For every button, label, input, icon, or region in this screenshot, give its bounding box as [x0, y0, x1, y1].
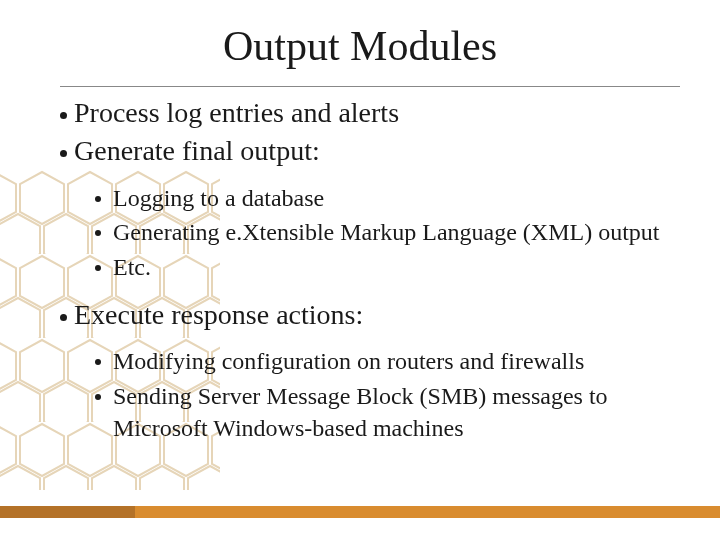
- bullet-text: Execute response actions:: [74, 299, 363, 330]
- sub-bullet-text: Logging to a database: [113, 185, 324, 211]
- sub-bullet-text: Modifying configuration on routers and f…: [113, 348, 584, 374]
- sub-bullet-text: Sending Server Message Block (SMB) messa…: [113, 383, 608, 441]
- sub-bullet-text: Generating e.Xtensible Markup Language (…: [113, 219, 660, 245]
- footer-accent-right: [135, 506, 720, 518]
- bullet-text: Process log entries and alerts: [74, 97, 399, 128]
- bullet-text: Generate final output:: [74, 135, 320, 166]
- slide-title: Output Modules: [0, 22, 720, 70]
- title-underline: [60, 86, 680, 87]
- footer-stripe: [0, 506, 720, 518]
- sub-bullet-text: Etc.: [113, 254, 151, 280]
- footer-accent-left: [0, 506, 135, 518]
- slide-content: Process log entries and alerts Generate …: [60, 95, 700, 445]
